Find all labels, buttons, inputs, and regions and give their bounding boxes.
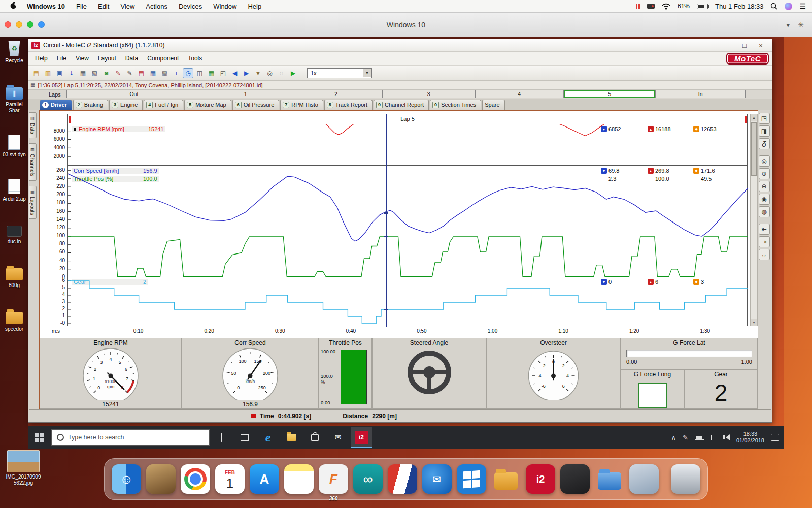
tab-spare[interactable]: Spare [482,100,504,110]
zoom-cursor-icon[interactable]: ◉ [759,194,770,205]
delta-icon[interactable]: δ [759,138,770,149]
file-explorer-button[interactable] [280,426,303,449]
lap-segment-1[interactable]: 1 [201,90,290,98]
search-small-icon[interactable]: ◌ [276,68,287,78]
motec-i2-taskbar-button[interactable]: i2 [351,427,372,448]
motec-titlebar[interactable]: i2 Circuit - MoTeC i2 Standard (x64) (1.… [28,39,772,52]
grid-icon[interactable]: ▦ [148,68,158,78]
spotlight-icon[interactable] [770,3,777,10]
motec-menu-view[interactable]: View [71,53,93,64]
motec-menu-help[interactable]: Help [30,53,52,64]
close-button[interactable]: × [753,42,769,49]
store-button[interactable] [303,426,326,449]
desktop-icon-800g[interactable]: 800g [1,266,28,289]
wifi-icon[interactable] [662,3,670,10]
time-cursor-icon[interactable]: ◷ [183,68,193,78]
dock-item-notes[interactable] [284,464,314,494]
volume-icon[interactable] [726,434,730,440]
start-button[interactable] [28,426,51,449]
lap-segment-3[interactable]: 3 [383,90,476,98]
menubar-item-window[interactable]: Window [208,3,242,10]
dock-item-parallels[interactable] [388,464,417,494]
menubar-item-file[interactable]: File [71,3,92,10]
siri-icon[interactable] [785,3,792,10]
motec-menu-component[interactable]: Component [143,53,183,64]
minimize-button[interactable]: – [720,42,736,49]
tab-track-report[interactable]: 8Track Report [324,100,373,110]
edit-icon[interactable]: ✎ [124,68,135,78]
pan-left-icon[interactable]: ⇤ [759,224,770,235]
motec-menu-layout[interactable]: Layout [93,53,121,64]
menubar-app-name[interactable]: Windows 10 [22,3,70,10]
info-icon[interactable]: i [171,68,182,78]
pen-icon[interactable]: ✎ [683,434,688,441]
maximize-button[interactable]: □ [736,42,753,49]
task-view-button[interactable] [233,426,256,449]
tab-braking[interactable]: 2Braking [73,100,108,110]
desktop-icon-speedor[interactable]: speedor [1,309,28,332]
display-tray-icon[interactable] [711,435,719,440]
fit-icon[interactable]: ↔ [759,249,770,260]
taskbar-battery-icon[interactable] [695,435,704,440]
gear-icon[interactable]: ✳ [798,21,804,29]
lap-segment-out[interactable]: Out [67,90,201,98]
scroll-down-icon[interactable]: ▼ [751,319,757,326]
taskbar-search[interactable]: Type here to search [51,429,210,446]
dock-item-chrome[interactable] [181,464,210,494]
zoom-in-icon[interactable]: ⊕ [759,168,770,179]
action-center-icon[interactable] [771,434,779,441]
chevron-down-icon[interactable]: ▾ [786,21,790,29]
tab-mixture-map[interactable]: 5Mixture Map [184,100,231,110]
apple-menu-icon[interactable] [6,2,21,11]
scroll-thumb[interactable] [751,122,757,176]
taskbar-clock[interactable]: 18:3301/02/2018 [736,431,764,444]
menubar-clock[interactable]: Thu 1 Feb 18:33 [715,3,763,10]
search-icon[interactable]: ◎ [264,68,275,78]
open-file-icon[interactable]: ▥ [43,68,53,78]
chart-zone[interactable]: 8000600040002000260240220200180160140120… [40,111,758,338]
motec-menu-file[interactable]: File [52,53,71,64]
playback-speed-select[interactable]: 1x▼ [307,68,372,78]
components-icon[interactable]: ▩ [159,68,170,78]
tab-fuel-ign[interactable]: 4Fuel / Ign [144,100,183,110]
desktop-icon-parallel-shar[interactable]: ∥Parallel Shar [1,85,28,114]
edge-button[interactable]: e [256,426,280,449]
dock-item-calendar[interactable]: FEB1 [215,464,245,494]
annotate-icon[interactable]: ✎ [113,68,123,78]
desktop-icon-ardui-2-ap[interactable]: Ardui 2.ap [1,179,28,202]
sidebar-tab-channels[interactable]: ▥Channels [29,143,37,180]
dock-item-app-store[interactable]: A [250,464,279,494]
import-icon[interactable]: ↧ [66,68,77,78]
filter-icon[interactable]: ▼ [253,68,263,78]
lap-segment-5[interactable]: 5 [564,90,656,98]
pause-icon[interactable] [636,4,640,9]
values-icon[interactable]: ▤ [136,68,147,78]
tab-section-times[interactable]: 0Section Times [430,100,481,110]
recorder-icon[interactable] [647,4,655,9]
zoom-region-icon[interactable]: ◰ [218,68,228,78]
overlay-icon[interactable]: ◫ [194,68,205,78]
zoom-full-icon[interactable]: ◍ [759,206,770,217]
dock-item-trash[interactable] [671,464,700,494]
sidebar-tab-layouts[interactable]: ▦Layouts [29,186,37,219]
vm-titlebar[interactable]: Windows 10 ▾ ✳ [0,13,812,37]
desktop-icon-recycle[interactable]: ♻Recycle [1,41,28,64]
prev-lap-icon[interactable]: ◀ [229,68,240,78]
tray-expand-icon[interactable]: ∧ [671,434,676,441]
dock-item-finder[interactable]: ☺ [112,464,141,494]
maximize-worksheet-icon[interactable]: ◳ [759,113,770,124]
play-icon[interactable]: ▶ [288,68,298,78]
tab-channel-report[interactable]: 9Channel Report [374,100,429,110]
panel-speed[interactable]: Corr Speed [km/h] 156.9 Throttle Pos [%]… [68,165,748,277]
print-preview-icon[interactable]: ▧ [89,68,100,78]
save-icon[interactable]: ▣ [54,68,65,78]
panel-rpm[interactable]: Engine RPM [rpm] 15241 ▼6852 ▲16188 [68,124,748,165]
zoom-out-icon[interactable]: ⊖ [759,181,770,192]
capture-icon[interactable]: ◙ [101,68,112,78]
dock-item-windows[interactable] [457,464,486,494]
tab-rpm-histo[interactable]: 7RPM Histo [280,100,323,110]
dock-item-gallery[interactable] [629,464,659,494]
menubar-item-actions[interactable]: Actions [141,3,173,10]
menubar-item-devices[interactable]: Devices [174,3,207,10]
laps-track[interactable]: Out12345In [66,90,746,98]
